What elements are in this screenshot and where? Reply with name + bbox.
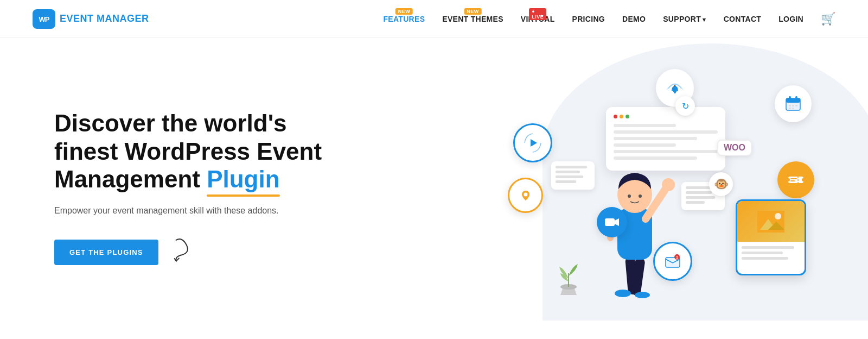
ticket-icon-circle	[777, 161, 814, 198]
demo-label: DEMO	[622, 15, 646, 23]
illustration-container: 1 WOO 🐵 ↻	[502, 53, 817, 324]
svg-point-42	[628, 194, 631, 198]
svg-point-5	[674, 85, 676, 87]
refresh-icon: ↻	[675, 96, 695, 116]
event-themes-badge: NEW	[464, 8, 482, 15]
mockup-dots	[614, 115, 718, 118]
svg-rect-14	[792, 108, 794, 109]
image-card	[736, 199, 806, 275]
calendar-icon-circle	[775, 85, 812, 122]
contact-label: CONTACT	[724, 15, 762, 23]
nav-item-login[interactable]: LOGIN	[778, 15, 803, 23]
nav-item-features[interactable]: NEW FEATURES	[383, 15, 425, 23]
cart-button[interactable]: 🛒	[821, 12, 835, 26]
svg-rect-16	[788, 177, 803, 183]
video-icon-circle	[597, 207, 627, 237]
monkey-icon: 🐵	[709, 172, 733, 196]
svg-point-41	[662, 178, 675, 191]
svg-point-9	[795, 96, 797, 98]
nav-item-support[interactable]: SUPPORT	[663, 15, 706, 23]
cta-button[interactable]: GET THE PLUGINS	[54, 240, 158, 265]
image-card-lines	[737, 242, 805, 267]
svg-rect-19	[790, 178, 797, 179]
event-themes-label: EVENT THEMES	[442, 15, 503, 23]
woo-badge: WOO	[717, 140, 752, 156]
svg-rect-11	[792, 105, 794, 106]
decorative-arrow	[169, 235, 206, 271]
svg-point-32	[775, 213, 781, 219]
support-label: SUPPORT	[663, 15, 706, 23]
nav-item-virtual[interactable]: ● LIVE VIRTUAL	[521, 15, 555, 23]
logo-text: EVENT MANAGER	[60, 13, 149, 24]
logo-icon: WP	[33, 9, 55, 29]
play-icon-circle	[513, 123, 552, 162]
location-icon-circle	[508, 178, 543, 213]
nav-item-demo[interactable]: DEMO	[622, 15, 646, 23]
features-badge: NEW	[395, 8, 413, 15]
nav-item-event-themes[interactable]: NEW EVENT THEMES	[442, 15, 503, 23]
nav-item-pricing[interactable]: PRICING	[572, 15, 605, 23]
hero-highlight: Plugin	[207, 165, 279, 193]
virtual-badge: ● LIVE	[529, 8, 546, 20]
nav-item-contact[interactable]: CONTACT	[724, 15, 762, 23]
svg-text:1: 1	[676, 255, 678, 259]
mockup-line-1	[614, 124, 676, 127]
svg-point-38	[635, 292, 650, 298]
svg-text:WP: WP	[39, 15, 50, 23]
login-label: LOGIN	[778, 15, 803, 23]
svg-point-43	[639, 194, 642, 198]
cart-icon: 🛒	[821, 12, 835, 26]
svg-point-23	[524, 192, 527, 196]
pricing-label: PRICING	[572, 15, 605, 23]
svg-rect-28	[605, 218, 615, 226]
svg-point-4	[674, 91, 676, 93]
svg-point-8	[789, 96, 791, 98]
main-nav: NEW FEATURES NEW EVENT THEMES ● LIVE VIR…	[383, 12, 835, 26]
cta-area: GET THE PLUGINS	[54, 237, 419, 268]
hero-left: Discover the world's finest WordPress Ev…	[0, 38, 451, 339]
svg-point-18	[802, 178, 805, 181]
header: WP EVENT MANAGER NEW FEATURES NEW EVENT …	[0, 0, 868, 38]
hero-title: Discover the world's finest WordPress Ev…	[54, 109, 419, 194]
svg-rect-12	[795, 105, 797, 106]
hero-right: 1 WOO 🐵 ↻	[451, 38, 868, 339]
image-card-top	[737, 201, 805, 242]
svg-point-17	[787, 178, 790, 181]
plant-decoration	[550, 252, 588, 297]
svg-rect-7	[786, 98, 800, 103]
svg-point-37	[615, 290, 631, 297]
svg-rect-10	[789, 105, 791, 106]
hero-subtitle: Empower your event management skill with…	[54, 204, 282, 217]
email-icon-circle: 1	[653, 242, 692, 281]
svg-rect-20	[790, 180, 795, 181]
svg-rect-13	[789, 108, 791, 109]
logo[interactable]: WP EVENT MANAGER	[33, 9, 149, 29]
plugin-underline	[207, 194, 279, 197]
hero-section: Discover the world's finest WordPress Ev…	[0, 38, 868, 339]
features-label: FEATURES	[383, 15, 425, 23]
